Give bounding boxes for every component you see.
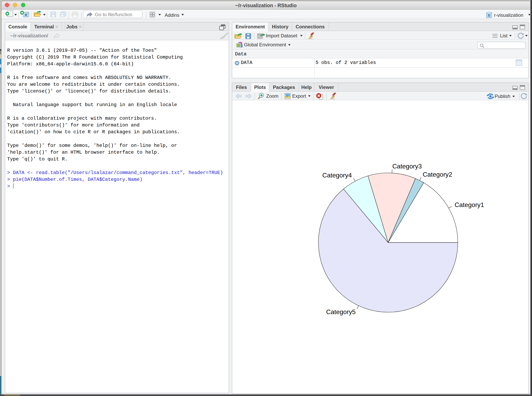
svg-text:R: R (488, 13, 491, 18)
svg-text:Category3: Category3 (392, 163, 422, 170)
svg-text:Category1: Category1 (455, 201, 484, 208)
svg-text:Category2: Category2 (423, 171, 452, 178)
svg-text:R: R (25, 13, 28, 17)
svg-text:Category5: Category5 (326, 308, 356, 315)
svg-text:Category4: Category4 (322, 172, 352, 179)
